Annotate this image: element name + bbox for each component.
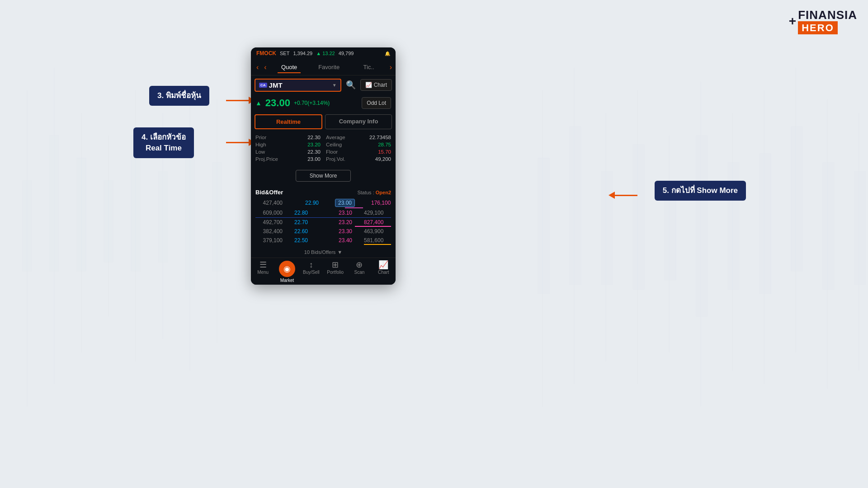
set-label: SET	[280, 51, 289, 56]
logo-hero: HERO	[798, 21, 838, 34]
stats-cell-floor: Floor 15.70	[326, 149, 391, 155]
nav-item-chart[interactable]: 📈 Chart	[372, 261, 396, 283]
svg-rect-25	[665, 190, 676, 280]
svg-rect-13	[185, 145, 194, 289]
tab-quote[interactable]: Quote	[270, 61, 308, 73]
mock-tag: FMOCK	[256, 50, 276, 56]
svg-rect-35	[823, 163, 834, 289]
annotation-step-5: 5. กดไปที่ Show More	[655, 181, 746, 201]
svg-rect-15	[212, 163, 222, 271]
svg-rect-21	[601, 172, 613, 285]
svg-rect-7	[104, 181, 113, 262]
bid-offer-row-2: 609,000 22.80 23.10 429,100	[255, 208, 391, 218]
svg-rect-11	[158, 172, 167, 262]
bid-offer-status: Status : Open2	[357, 190, 391, 195]
stats-cell-proj-price: Proj.Price 23.00	[255, 156, 321, 162]
nav-label-scan: Scan	[354, 270, 365, 275]
svg-rect-37	[854, 172, 866, 285]
logo-finansia: FINANSIA	[798, 8, 857, 22]
nav-back-btn[interactable]: ‹	[255, 63, 260, 71]
logo: + FINANSIA HERO	[789, 8, 857, 34]
stats-table: Prior 22.30 Average 22.73458 High 23.20 …	[251, 132, 396, 164]
nav-label-menu: Menu	[257, 270, 269, 275]
stats-cell-proj-vol: Proj.Vol. 49,200	[326, 156, 391, 162]
stats-cell-high: High 23.20	[255, 142, 321, 147]
bid-offer-header: Bid&Offer Status : Open2	[255, 189, 391, 196]
ticker-ca-badge: CA	[259, 83, 267, 88]
scan-icon: ⊕	[356, 261, 363, 269]
annotation-step-4: 4. เลือกหัวข้อ Real Time	[133, 127, 194, 158]
show-more-container: Show More	[251, 164, 396, 187]
menu-icon: ☰	[259, 261, 267, 269]
bid-offer-title: Bid&Offer	[255, 189, 283, 196]
set-change: ▲ 13.22	[316, 51, 335, 56]
buysell-icon: ↕	[309, 261, 313, 269]
notification-icon: 🔔	[385, 51, 390, 56]
market-icon: ◉	[283, 265, 291, 273]
nav-item-buysell[interactable]: ↕ Buy/Sell	[299, 261, 323, 283]
phone-mockup: FMOCK SET 1,394.29 ▲ 13.22 49,799 🔔 ‹ ‹ …	[251, 47, 396, 285]
svg-rect-1	[23, 181, 32, 271]
bids-footer[interactable]: 10 Bids/Offers ▼	[251, 247, 396, 258]
svg-rect-31	[760, 154, 771, 294]
svg-rect-23	[633, 145, 644, 289]
stats-row-2: High 23.20 Ceiling 28.75	[255, 141, 391, 148]
svg-rect-5	[77, 158, 86, 271]
bid-offer-row-4: 382,400 22.60 23.30 463,900	[255, 227, 391, 236]
bid-offer-row-5: 379,100 22.50 23.40 581,600	[255, 236, 391, 245]
nav-label-buysell: Buy/Sell	[303, 270, 320, 275]
svg-rect-17	[538, 158, 549, 294]
price-up-arrow: ▲	[255, 99, 262, 107]
set-vol: 49,799	[339, 51, 354, 56]
dropdown-icon: ▼	[332, 83, 337, 88]
tab-ticker[interactable]: Tic..	[350, 61, 388, 73]
status-bar: FMOCK SET 1,394.29 ▲ 13.22 49,799 🔔	[251, 47, 396, 59]
stats-cell-prior: Prior 22.30	[255, 135, 321, 140]
stats-row-1: Prior 22.30 Average 22.73458	[255, 134, 391, 141]
svg-rect-19	[570, 127, 581, 285]
bid-offer-row-3: 492,700 22.70 23.20 827,400	[255, 218, 391, 227]
svg-rect-27	[696, 136, 708, 316]
annotation-step-3: 3. พิมพ์ชื่อหุ้น	[149, 86, 209, 106]
nav-label-chart: Chart	[378, 270, 389, 275]
sub-tab-company-info[interactable]: Company Info	[325, 114, 392, 129]
stats-row-4: Proj.Price 23.00 Proj.Vol. 49,200	[255, 155, 391, 163]
nav-label-portfolio: Portfolio	[327, 270, 344, 275]
search-button[interactable]: 🔍	[344, 78, 358, 92]
bids-count-label: 10 Bids/Offers	[304, 249, 336, 255]
portfolio-icon: ⊞	[332, 261, 339, 269]
stats-row-3: Low 22.30 Floor 15.70	[255, 148, 391, 155]
nav-item-market[interactable]: ◉ Market	[275, 261, 299, 283]
nav-item-portfolio[interactable]: ⊞ Portfolio	[323, 261, 347, 283]
price-change: +0.70(+3.14%)	[294, 100, 330, 106]
arrow-5	[609, 192, 637, 199]
search-bar: CA JMT ▼ 🔍 📈 Chart	[251, 75, 396, 94]
stats-cell-low: Low 22.30	[255, 149, 321, 155]
ticker-text: JMT	[269, 81, 330, 89]
tab-favorite[interactable]: Favorite	[310, 61, 348, 73]
nav-item-menu[interactable]: ☰ Menu	[251, 261, 275, 283]
bottom-nav: ☰ Menu ◉ Market ↕ Buy/Sell ⊞ Portfolio ⊕…	[251, 258, 396, 285]
odd-lot-button[interactable]: Odd Lot	[362, 97, 391, 109]
nav-back-btn2[interactable]: ‹	[262, 63, 268, 71]
ticker-input-wrap[interactable]: CA JMT ▼	[255, 79, 341, 92]
stats-cell-average: Average 22.73458	[326, 135, 391, 140]
sub-tab-realtime[interactable]: Realtime	[255, 114, 322, 129]
show-more-button[interactable]: Show More	[296, 170, 351, 182]
logo-plus: +	[789, 15, 796, 28]
bid-offer-row-1: 427,400 22.90 23.00 176,100	[255, 197, 391, 208]
chart-button[interactable]: 📈 Chart	[360, 79, 392, 91]
bids-chevron: ▼	[337, 249, 342, 255]
price-area: ▲ 23.00 +0.70(+3.14%) Odd Lot	[251, 94, 396, 112]
nav-tabs: ‹ ‹ Quote Favorite Tic.. ›	[251, 59, 396, 75]
set-price: 1,394.29	[293, 51, 312, 56]
sub-tabs: Realtime Company Info	[251, 112, 396, 132]
chart-nav-icon: 📈	[378, 261, 388, 269]
stats-cell-ceiling: Ceiling 28.75	[326, 142, 391, 147]
nav-arrow-right[interactable]: ›	[390, 63, 392, 71]
svg-rect-33	[791, 127, 802, 271]
svg-rect-3	[50, 136, 59, 271]
market-icon-bg: ◉	[279, 261, 295, 277]
nav-label-market: Market	[280, 278, 294, 283]
nav-item-scan[interactable]: ⊕ Scan	[347, 261, 371, 283]
